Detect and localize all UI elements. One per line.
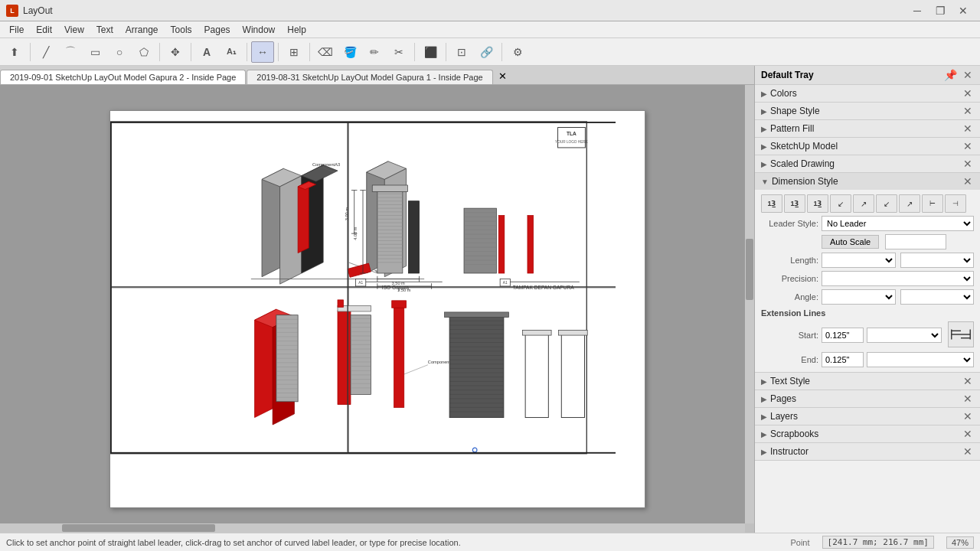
path-tool[interactable]: ✂ <box>387 41 410 63</box>
tab-page-2[interactable]: 2019-08-31 SketchUp LayOut Model Gapura … <box>247 70 492 84</box>
horizontal-scroll-thumb[interactable] <box>62 524 215 532</box>
dim-arrow-4[interactable]: ↗ <box>899 194 920 213</box>
toolbar-sep-7 <box>414 43 415 61</box>
dim-leader-style-select[interactable]: No Leader <box>822 216 974 231</box>
menu-item-view[interactable]: View <box>58 23 90 37</box>
section-pages-close[interactable]: ✕ <box>962 393 974 405</box>
section-pages-header[interactable]: ▶ Pages ✕ <box>755 390 980 407</box>
tab-close-button[interactable]: ✕ <box>495 67 511 84</box>
dim-length-unit-select[interactable] <box>900 253 975 268</box>
menu-item-edit[interactable]: Edit <box>30 23 58 37</box>
section-pattern-fill-close[interactable]: ✕ <box>962 122 974 135</box>
text-tool[interactable]: A <box>195 41 218 63</box>
section-instructor-close[interactable]: ✕ <box>962 445 974 458</box>
section-instructor-header[interactable]: ▶ Instructor ✕ <box>755 443 980 460</box>
close-button[interactable]: ✕ <box>952 2 974 19</box>
dim-auto-scale-button[interactable]: Auto Scale <box>822 235 879 249</box>
select-tool[interactable]: ⬆ <box>3 41 26 63</box>
dim-align-2[interactable]: 13̲ <box>784 194 805 213</box>
svg-rect-131 <box>391 300 406 307</box>
dim-angle-label: Angle: <box>761 292 818 302</box>
tab-bar: 2019-09-01 SketchUp LayOut Model Gapura … <box>0 66 754 85</box>
section-scaled-drawing-close[interactable]: ✕ <box>962 158 974 170</box>
section-scaled-drawing: ▶ Scaled Drawing ✕ <box>755 155 980 173</box>
section-colors-header[interactable]: ▶ Colors ✕ <box>755 85 980 102</box>
vertical-scroll-thumb[interactable] <box>746 239 753 300</box>
section-text-style-header[interactable]: ▶ Text Style ✕ <box>755 373 980 390</box>
toolbar-sep-6 <box>309 43 310 61</box>
line-tool[interactable]: ╱ <box>34 41 57 63</box>
dim-ext-start-unit-select[interactable] <box>867 328 942 343</box>
dim-stagger-icon[interactable] <box>948 321 974 347</box>
section-layers-close[interactable]: ✕ <box>962 410 974 422</box>
section-scrapbooks-header[interactable]: ▶ Scrapbooks ✕ <box>755 425 980 442</box>
settings-tool[interactable]: ⚙ <box>506 41 529 63</box>
section-sketchup-model-label: SketchUp Model <box>770 141 962 152</box>
shapes-tool[interactable]: ▭ <box>83 41 106 63</box>
dim-arrow-2[interactable]: ↗ <box>853 194 874 213</box>
section-layers-label: Layers <box>770 411 962 422</box>
dim-align-1[interactable]: 13̲ <box>761 194 782 213</box>
menu-item-text[interactable]: Text <box>90 23 119 37</box>
dim-ext-end-unit-select[interactable] <box>867 352 974 367</box>
menu-item-window[interactable]: Window <box>237 23 282 37</box>
minimize-button[interactable]: ─ <box>906 2 928 19</box>
section-scaled-drawing-header[interactable]: ▶ Scaled Drawing ✕ <box>755 155 980 172</box>
section-dimension-style-close[interactable]: ✕ <box>962 175 974 187</box>
menu-item-help[interactable]: Help <box>281 23 312 37</box>
section-shape-style-header[interactable]: ▶ Shape Style ✕ <box>755 103 980 119</box>
section-colors-close[interactable]: ✕ <box>962 87 974 99</box>
move-tool[interactable]: ✥ <box>164 41 187 63</box>
section-scaled-drawing-arrow: ▶ <box>761 160 767 168</box>
section-dimension-style-header[interactable]: ▼ Dimension Style ✕ <box>755 173 980 190</box>
dim-arrow-1[interactable]: ↙ <box>830 194 851 213</box>
menu-item-tools[interactable]: Tools <box>165 23 198 37</box>
circle-tool[interactable]: ○ <box>108 41 131 63</box>
section-scrapbooks-close[interactable]: ✕ <box>962 428 974 440</box>
sample-tool[interactable]: ✏ <box>363 41 386 63</box>
panel-close-button[interactable]: ✕ <box>962 69 974 81</box>
dim-place-2[interactable]: ⊣ <box>945 194 966 213</box>
dim-place-1[interactable]: ⊢ <box>922 194 943 213</box>
section-colors-label: Colors <box>770 88 962 99</box>
section-pattern-fill-header[interactable]: ▶ Pattern Fill ✕ <box>755 120 980 137</box>
restore-button[interactable]: ❐ <box>929 2 951 19</box>
link-tool[interactable]: 🔗 <box>475 41 498 63</box>
dim-arrow-3[interactable]: ↙ <box>876 194 897 213</box>
dim-alignment-row-1: 13̲ 13̲ 13̲ ↙ ↗ ↙ ↗ ⊢ ⊣ <box>758 193 977 214</box>
label-tool[interactable]: A₁ <box>220 41 243 63</box>
arc-tool[interactable]: ⌒ <box>59 41 82 63</box>
panel-pin-button[interactable]: 📌 <box>942 69 959 81</box>
horizontal-scrollbar[interactable] <box>0 523 745 533</box>
menu-item-pages[interactable]: Pages <box>198 23 237 37</box>
dim-angle-precision-select[interactable] <box>900 289 975 305</box>
section-text-style-close[interactable]: ✕ <box>962 375 974 387</box>
dim-ext-end-input[interactable] <box>822 352 864 367</box>
polygon-tool[interactable]: ⬠ <box>132 41 155 63</box>
section-layers-header[interactable]: ▶ Layers ✕ <box>755 408 980 425</box>
dim-auto-scale-input[interactable] <box>885 234 946 249</box>
dim-length-label: Length: <box>761 256 818 265</box>
dim-length-select[interactable] <box>822 253 896 268</box>
split-view[interactable]: ⊡ <box>450 41 473 63</box>
canvas[interactable]: TLA YOUR LOGO HERE <box>0 85 754 533</box>
table-tool[interactable]: ⊞ <box>283 41 305 63</box>
screen-tool[interactable]: ⬛ <box>419 41 442 63</box>
section-shape-style-close[interactable]: ✕ <box>962 105 974 117</box>
section-sketchup-model-close[interactable]: ✕ <box>962 140 974 152</box>
dim-align-3[interactable]: 13̲ <box>807 194 828 213</box>
paint-tool[interactable]: 🪣 <box>338 41 361 63</box>
section-pages-arrow: ▶ <box>761 395 767 403</box>
eraser-tool[interactable]: ⌫ <box>314 41 337 63</box>
dim-precision-select[interactable] <box>822 271 974 286</box>
statusbar: Click to set anchor point of straight la… <box>0 533 980 551</box>
section-sketchup-model-header[interactable]: ▶ SketchUp Model ✕ <box>755 138 980 155</box>
dimension-tool[interactable]: ↔ <box>251 41 274 63</box>
dim-ext-start-input[interactable] <box>822 328 864 343</box>
tab-page-1[interactable]: 2019-09-01 SketchUp LayOut Model Gapura … <box>0 70 246 84</box>
vertical-scrollbar[interactable] <box>745 85 754 523</box>
section-colors-arrow: ▶ <box>761 90 767 98</box>
menu-item-arrange[interactable]: Arrange <box>119 23 165 37</box>
menu-item-file[interactable]: File <box>3 23 30 37</box>
dim-angle-format-select[interactable] <box>822 289 896 305</box>
